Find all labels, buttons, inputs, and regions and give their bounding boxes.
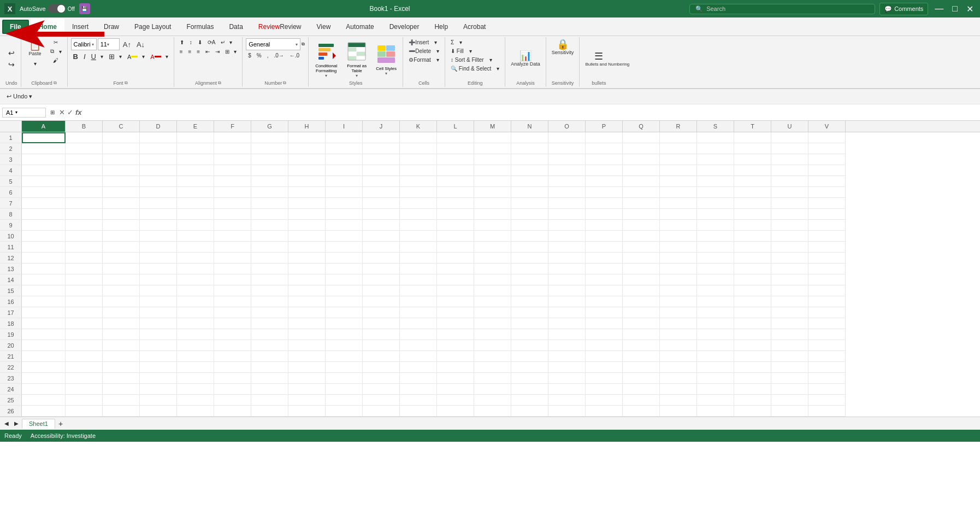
cell-P13[interactable] — [586, 264, 623, 274]
cell-H8[interactable] — [288, 209, 326, 220]
cell-Q17[interactable] — [623, 307, 660, 318]
cell-M21[interactable] — [474, 351, 511, 362]
cell-C7[interactable] — [103, 198, 140, 209]
cell-reference-box[interactable]: A1 ▾ — [2, 108, 46, 118]
font-color-dropdown[interactable]: ▾ — [163, 52, 170, 61]
cell-B17[interactable] — [66, 307, 103, 318]
cell-R21[interactable] — [660, 351, 697, 362]
cut-button[interactable]: ✂ — [48, 38, 64, 46]
cell-K20[interactable] — [400, 340, 437, 351]
redo-button[interactable]: ↪ — [6, 59, 17, 70]
cell-R6[interactable] — [660, 187, 697, 198]
cell-Q9[interactable] — [623, 220, 660, 231]
cell-V18[interactable] — [808, 318, 846, 329]
font-expand-icon[interactable]: ⧉ — [125, 80, 128, 86]
cell-J9[interactable] — [363, 220, 400, 231]
cell-K5[interactable] — [400, 176, 437, 187]
merge-center-button[interactable]: ⊞ — [223, 48, 232, 56]
cell-V6[interactable] — [808, 187, 846, 198]
cell-V17[interactable] — [808, 307, 846, 318]
cell-K11[interactable] — [400, 242, 437, 253]
cell-I6[interactable] — [326, 187, 363, 198]
cell-K26[interactable] — [400, 406, 437, 417]
row-num-20[interactable]: 20 — [0, 340, 22, 351]
cell-I22[interactable] — [326, 362, 363, 373]
cell-J1[interactable] — [363, 132, 400, 143]
cell-A6[interactable] — [22, 187, 66, 198]
cell-P16[interactable] — [586, 296, 623, 307]
cell-D1[interactable] — [140, 132, 177, 143]
quick-undo-button[interactable]: ↩ Undo ▾ — [4, 92, 34, 101]
cell-F17[interactable] — [214, 307, 251, 318]
cell-I2[interactable] — [326, 143, 363, 154]
decrease-indent-button[interactable]: ⇤ — [203, 48, 212, 56]
cell-P17[interactable] — [586, 307, 623, 318]
cell-V9[interactable] — [808, 220, 846, 231]
cell-K7[interactable] — [400, 198, 437, 209]
cell-P12[interactable] — [586, 253, 623, 264]
cell-D22[interactable] — [140, 362, 177, 373]
align-top-button[interactable]: ⬆ — [178, 38, 186, 46]
cell-L15[interactable] — [437, 285, 474, 296]
cell-D19[interactable] — [140, 329, 177, 340]
cell-I14[interactable] — [326, 274, 363, 285]
cell-F21[interactable] — [214, 351, 251, 362]
cell-V23[interactable] — [808, 373, 846, 384]
cell-G18[interactable] — [251, 318, 288, 329]
row-num-3[interactable]: 3 — [0, 154, 22, 165]
cell-R18[interactable] — [660, 318, 697, 329]
cell-F7[interactable] — [214, 198, 251, 209]
cell-L16[interactable] — [437, 296, 474, 307]
cell-H1[interactable] — [288, 132, 326, 143]
row-num-4[interactable]: 4 — [0, 165, 22, 176]
row-num-14[interactable]: 14 — [0, 274, 22, 285]
cell-E1[interactable] — [177, 132, 214, 143]
cell-T18[interactable] — [734, 318, 771, 329]
cell-O5[interactable] — [548, 176, 586, 187]
cell-J19[interactable] — [363, 329, 400, 340]
cell-S26[interactable] — [697, 406, 734, 417]
cell-M4[interactable] — [474, 165, 511, 176]
cell-A8[interactable] — [22, 209, 66, 220]
cell-H22[interactable] — [288, 362, 326, 373]
cell-Q1[interactable] — [623, 132, 660, 143]
cell-N5[interactable] — [511, 176, 548, 187]
cell-N3[interactable] — [511, 154, 548, 165]
cell-D16[interactable] — [140, 296, 177, 307]
cell-R10[interactable] — [660, 231, 697, 242]
cell-O23[interactable] — [548, 373, 586, 384]
tab-acrobat[interactable]: Acrobat — [456, 19, 493, 35]
cell-S24[interactable] — [697, 384, 734, 395]
cell-G2[interactable] — [251, 143, 288, 154]
cell-V11[interactable] — [808, 242, 846, 253]
cell-O19[interactable] — [548, 329, 586, 340]
cell-H3[interactable] — [288, 154, 326, 165]
cell-D10[interactable] — [140, 231, 177, 242]
col-header-f[interactable]: F — [214, 121, 251, 132]
cell-P4[interactable] — [586, 165, 623, 176]
cell-G20[interactable] — [251, 340, 288, 351]
cell-S20[interactable] — [697, 340, 734, 351]
col-header-l[interactable]: L — [437, 121, 474, 132]
cell-N25[interactable] — [511, 395, 548, 406]
bold-button[interactable]: B — [71, 51, 80, 62]
cell-A23[interactable] — [22, 373, 66, 384]
cell-M17[interactable] — [474, 307, 511, 318]
row-num-7[interactable]: 7 — [0, 198, 22, 209]
cell-I9[interactable] — [326, 220, 363, 231]
cell-U26[interactable] — [771, 406, 808, 417]
paste-button[interactable]: 📋 Paste — [25, 38, 46, 58]
cell-A15[interactable] — [22, 285, 66, 296]
sensitivity-button[interactable]: 🔒 Sensitivity — [550, 38, 576, 56]
cell-G22[interactable] — [251, 362, 288, 373]
cell-V8[interactable] — [808, 209, 846, 220]
tab-developer[interactable]: Developer — [382, 19, 427, 35]
cell-M7[interactable] — [474, 198, 511, 209]
cell-O4[interactable] — [548, 165, 586, 176]
cell-R3[interactable] — [660, 154, 697, 165]
cell-C10[interactable] — [103, 231, 140, 242]
row-num-22[interactable]: 22 — [0, 362, 22, 373]
cell-T11[interactable] — [734, 242, 771, 253]
cell-C5[interactable] — [103, 176, 140, 187]
cell-M13[interactable] — [474, 264, 511, 274]
